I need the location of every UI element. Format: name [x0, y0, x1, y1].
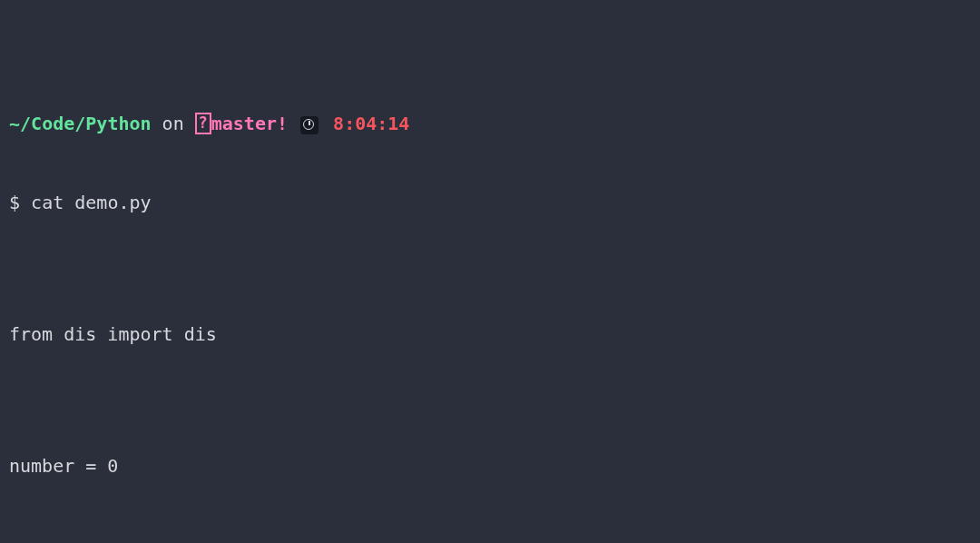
prompt-on: on: [152, 113, 195, 134]
file-line: number = 0: [9, 453, 971, 479]
clock-icon: [300, 116, 318, 134]
branch-indicator-icon: ?: [195, 111, 211, 137]
command-1-text: cat demo.py: [31, 192, 151, 213]
prompt-time: 8:04:14: [333, 113, 409, 134]
prompt-branch: master!: [211, 113, 288, 134]
file-line: from dis import dis: [9, 321, 971, 348]
prompt-path: /Code/Python: [20, 113, 152, 134]
prompt-tilde: ~: [9, 113, 20, 134]
prompt-dollar: $: [9, 192, 31, 213]
branch-mark: ?: [195, 113, 211, 134]
prompt-line-1: ~/Code/Python on ?master! 8:04:14: [9, 111, 971, 137]
command-line-1: $ cat demo.py: [9, 190, 971, 216]
terminal[interactable]: ~/Code/Python on ?master! 8:04:14 $ cat …: [0, 0, 980, 543]
